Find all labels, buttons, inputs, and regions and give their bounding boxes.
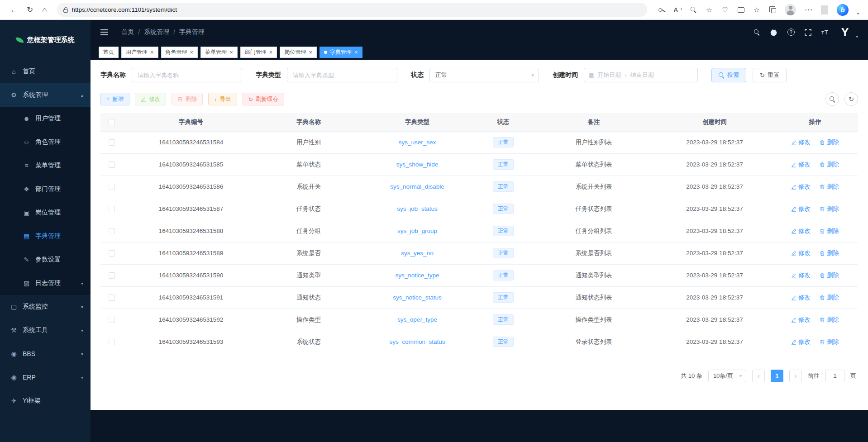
sidebar-item[interactable]: ▨ 日志管理 ▾ xyxy=(0,271,91,295)
dict-type-link[interactable]: sys_normal_disable xyxy=(390,183,444,190)
row-delete-button[interactable]: 删除 xyxy=(820,138,839,147)
table-row[interactable]: 1641030593246531586 系统开关 sys_normal_disa… xyxy=(100,176,858,198)
refresh-table-button[interactable]: ↻ xyxy=(844,92,858,106)
read-aloud-icon[interactable]: A xyxy=(674,6,681,13)
profile-avatar[interactable] xyxy=(785,4,796,15)
table-row[interactable]: 1641030593246531591 通知状态 sys_notice_stat… xyxy=(100,286,858,309)
table-row[interactable]: 1641030593246531588 任务分组 sys_job_group 正… xyxy=(100,220,858,242)
breadcrumb-item[interactable]: 字典管理 xyxy=(179,28,205,36)
row-checkbox[interactable] xyxy=(109,184,115,190)
page-size-select[interactable]: 10条/页 ▾ xyxy=(708,370,746,382)
split-screen-icon[interactable] xyxy=(737,7,744,13)
prev-page-button[interactable]: ‹ xyxy=(752,370,765,382)
add-favorite-star-icon[interactable]: ☆ xyxy=(706,6,713,14)
collections-icon[interactable] xyxy=(769,6,776,13)
row-delete-button[interactable]: 删除 xyxy=(820,183,839,191)
search-button[interactable]: 搜索 xyxy=(711,68,746,82)
row-delete-button[interactable]: 删除 xyxy=(820,271,839,280)
address-bar[interactable]: https://ccnetcore.com:1101/system/dict xyxy=(57,3,647,17)
row-delete-button[interactable]: 删除 xyxy=(820,249,839,257)
sidebar-item[interactable]: ≡ 菜单管理 xyxy=(0,154,91,177)
add-button[interactable]: + 新增 xyxy=(100,93,129,105)
tab-close-icon[interactable]: × xyxy=(269,49,273,55)
sidebar-item[interactable]: ✎ 参数设置 xyxy=(0,248,91,271)
row-delete-button[interactable]: 删除 xyxy=(820,294,839,302)
app-logo[interactable]: 意框架管理系统 xyxy=(0,20,91,60)
row-edit-button[interactable]: 修改 xyxy=(791,271,811,280)
delete-button[interactable]: 删除 xyxy=(172,93,203,105)
favorites-star-icon[interactable]: ☆ xyxy=(753,6,760,14)
row-checkbox[interactable] xyxy=(109,228,115,234)
tab-close-icon[interactable]: × xyxy=(229,49,233,55)
reset-button[interactable]: ↻ 重置 xyxy=(753,68,787,82)
tab-item[interactable]: 首页 × xyxy=(99,47,119,58)
sidebar-item[interactable]: ▤ 字典管理 xyxy=(0,224,91,248)
browser-home-icon[interactable]: ⌂ xyxy=(42,5,47,14)
row-checkbox[interactable] xyxy=(109,339,115,345)
row-checkbox[interactable] xyxy=(109,162,115,168)
export-button[interactable]: ↓ 导出 xyxy=(208,93,237,105)
row-edit-button[interactable]: 修改 xyxy=(791,316,811,324)
sidebar-item[interactable]: ⚙ 系统管理 ▴ xyxy=(0,83,91,107)
sidebar-item[interactable]: ▢ 系统监控 ▾ xyxy=(0,295,91,318)
password-key-icon[interactable] xyxy=(658,8,665,12)
row-delete-button[interactable]: 删除 xyxy=(820,161,839,169)
sidebar-item[interactable]: ☻ 用户管理 xyxy=(0,107,91,130)
search-icon[interactable] xyxy=(754,29,760,35)
dict-type-link[interactable]: sys_common_status xyxy=(389,338,445,345)
row-delete-button[interactable]: 删除 xyxy=(820,316,839,324)
row-checkbox[interactable] xyxy=(109,206,115,212)
sidebar-item[interactable]: ⌂ 首页 xyxy=(0,60,91,83)
sidebar-item[interactable]: ✈ Yi框架 xyxy=(0,389,91,413)
url-text[interactable]: https://ccnetcore.com:1101/system/dict xyxy=(72,6,177,13)
github-icon[interactable] xyxy=(770,29,777,36)
chevron-down-icon[interactable]: ▾ xyxy=(854,11,862,16)
row-checkbox[interactable] xyxy=(109,317,115,323)
dict-type-input[interactable] xyxy=(287,68,397,82)
row-edit-button[interactable]: 修改 xyxy=(791,183,811,191)
tab-item[interactable]: 岗位管理 × xyxy=(280,47,317,58)
row-edit-button[interactable]: 修改 xyxy=(791,138,811,147)
toggle-search-button[interactable] xyxy=(825,92,839,106)
browser-refresh-icon[interactable]: ↻ xyxy=(27,5,33,14)
tab-close-icon[interactable]: × xyxy=(309,49,312,55)
sidebar-item[interactable]: ◉ ERP ▾ xyxy=(0,366,91,389)
row-edit-button[interactable]: 修改 xyxy=(791,161,811,169)
browser-back-icon[interactable]: ← xyxy=(10,5,18,14)
row-checkbox[interactable] xyxy=(109,250,115,257)
tab-close-icon[interactable]: × xyxy=(190,49,194,55)
table-row[interactable]: 1641030593246531587 任务状态 sys_job_status … xyxy=(100,198,858,220)
user-logo-avatar[interactable]: Y xyxy=(841,26,849,39)
dict-type-link[interactable]: sys_oper_type xyxy=(397,316,437,323)
text-size-icon[interactable]: тT xyxy=(821,29,829,36)
tab-close-icon[interactable]: × xyxy=(354,49,358,55)
tab-item[interactable]: 部门管理 × xyxy=(240,47,277,58)
dict-type-link[interactable]: sys_notice_status xyxy=(393,294,441,301)
row-edit-button[interactable]: 修改 xyxy=(791,227,811,235)
row-delete-button[interactable]: 删除 xyxy=(820,227,839,235)
sidebar-item[interactable]: ⚒ 系统工具 ▾ xyxy=(0,318,91,342)
table-row[interactable]: 1641030593246531584 用户性别 sys_user_sex 正常… xyxy=(100,131,858,153)
dict-type-link[interactable]: sys_job_group xyxy=(397,228,437,234)
edit-button[interactable]: 修改 xyxy=(135,93,166,105)
row-edit-button[interactable]: 修改 xyxy=(791,338,811,346)
row-delete-button[interactable]: 删除 xyxy=(820,338,839,346)
hamburger-menu-icon[interactable] xyxy=(100,29,108,35)
row-checkbox[interactable] xyxy=(109,295,115,301)
more-options-icon[interactable]: ⋯ xyxy=(805,5,812,14)
dict-type-link[interactable]: sys_job_status xyxy=(397,205,437,212)
current-page-button[interactable]: 1 xyxy=(771,370,783,382)
browser-essentials-icon[interactable]: ♡ xyxy=(721,6,729,14)
row-checkbox[interactable] xyxy=(109,272,115,279)
chevron-down-icon[interactable]: ▾ xyxy=(856,34,858,39)
dict-type-link[interactable]: sys_notice_type xyxy=(396,272,439,279)
zoom-icon[interactable] xyxy=(690,7,697,13)
row-checkbox[interactable] xyxy=(109,139,115,146)
sidebar-item[interactable]: ◉ BBS ▾ xyxy=(0,342,91,366)
bing-copilot-icon[interactable]: b xyxy=(837,4,849,16)
date-range-picker[interactable]: ▦ 开始日期 - 结束日期 xyxy=(584,68,698,82)
row-delete-button[interactable]: 删除 xyxy=(820,205,839,213)
breadcrumb-item[interactable]: 首页 xyxy=(121,28,134,36)
refresh-cache-button[interactable]: ↻ 刷新缓存 xyxy=(243,93,284,105)
tab-item[interactable]: 角色管理 × xyxy=(161,47,198,58)
